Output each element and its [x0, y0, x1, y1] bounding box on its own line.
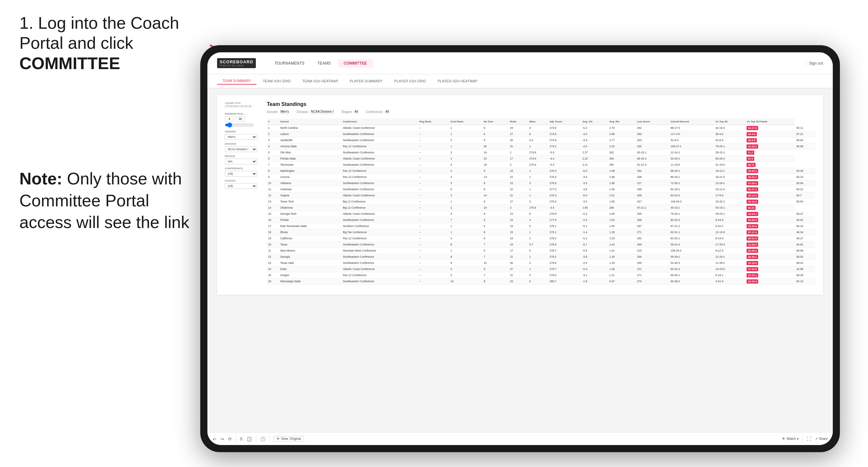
table-cell: 273.6 [548, 131, 581, 137]
table-cell: 15-32-2 [714, 198, 746, 205]
table-cell: Southeastern Conference [341, 278, 418, 284]
table-cell: 23 [509, 229, 528, 236]
table-cell: -4.6 [581, 174, 608, 180]
table-cell: 96.64 [795, 137, 815, 144]
table-cell: 279.1 [548, 229, 581, 236]
table-cell: – [418, 205, 449, 211]
table-cell: 40-33-2 [745, 198, 795, 205]
share-button[interactable]: ↗ Share [815, 437, 828, 440]
table-cell: 1.21 [608, 272, 636, 278]
table-cell: 90.98 [795, 144, 815, 150]
table-cell: 269 [636, 242, 669, 248]
bottom-toolbar: ↩ ↪ ⟳ ⎘ 📋 🕐 👁 View: Original 👁 Watch ▾ [207, 432, 833, 445]
table-cell: 268 [636, 174, 669, 180]
table-cell: 0.97 [608, 278, 636, 284]
table-cell: 260 [636, 131, 669, 137]
redo-icon[interactable]: ↪ [220, 436, 224, 441]
table-cell: 267 [636, 198, 669, 205]
min-rounds-from[interactable] [225, 116, 234, 121]
nav-teams[interactable]: TEAMS [311, 59, 336, 67]
table-cell: 91-6-0 [669, 137, 714, 144]
toolbar-sep-2 [256, 436, 256, 442]
table-cell: 17 [509, 156, 528, 162]
subnav-player-h2h-heatmap[interactable]: PLAYER H2H HEATMAP [433, 78, 483, 84]
tablet-device: SCOREBOARD Powered by clippd TOURNAMENTS… [200, 45, 840, 452]
undo-icon[interactable]: ↩ [213, 436, 216, 441]
table-cell: 8 [482, 229, 508, 236]
table-cell: 1.28 [608, 254, 636, 260]
table-cell: 29-25-2 [745, 248, 795, 254]
view-original-button[interactable]: 👁 View: Original [274, 436, 304, 441]
table-cell: 109-24-2 [669, 248, 714, 254]
clock-icon[interactable]: 🕐 [260, 436, 266, 441]
table-cell: 268 [636, 192, 669, 198]
table-cell: 34-25-2 [745, 217, 795, 223]
table-row: 20TexasSoutheastern Conference–87190.727… [267, 242, 815, 248]
copy-icon[interactable]: ⎘ [240, 436, 243, 441]
table-cell: Ole Miss [279, 150, 341, 156]
table-cell: Arizona [279, 174, 341, 180]
table-cell: Pac-12 Conference [341, 272, 418, 278]
table-cell: 19 [267, 236, 279, 242]
table-cell: 71.7 [745, 150, 795, 156]
subnav-team-h2h-heatmap[interactable]: TEAM H2H HEATMAP [297, 78, 343, 84]
table-cell: 2.37 [581, 150, 608, 156]
table-cell: Southeastern Conference [341, 150, 418, 156]
table-cell: 72-30-1 [669, 180, 714, 186]
table-cell: Alabama [279, 180, 341, 186]
table-cell: 10 [482, 156, 508, 162]
gender-select[interactable]: Men's [225, 134, 257, 140]
table-cell: 15 [267, 211, 279, 217]
sign-out-button[interactable]: |Sign out [806, 61, 823, 66]
table-cell: 1 [528, 266, 549, 272]
table-cell: 1 [449, 248, 482, 254]
refresh-icon[interactable]: ⟳ [228, 436, 232, 441]
table-cell: 86-25-1 [669, 168, 714, 174]
table-cell: 274.8 [528, 150, 549, 156]
table-cell: 16-21-0 [714, 174, 746, 180]
table-cell: 68.42 [795, 260, 815, 266]
table-cell: -1.8 [581, 278, 608, 284]
table-cell: 30-4-0 [714, 131, 746, 137]
school-select[interactable]: (All) [225, 183, 257, 189]
table-cell: 11 [267, 186, 279, 192]
table-cell: 4 [449, 211, 482, 217]
table-cell: 17-9-0 [714, 192, 746, 198]
table-cell: Florida State [279, 156, 341, 162]
table-cell: -0.7 [581, 242, 608, 248]
table-cell: 9-10-1 [714, 223, 746, 229]
table-cell: 68.27 [795, 236, 815, 242]
paste-icon[interactable]: 📋 [246, 436, 252, 441]
conference-select[interactable]: (All) [225, 171, 257, 177]
table-cell: -5.1 [581, 236, 608, 242]
table-cell: 3 [449, 192, 482, 198]
table-cell: 279.2 [548, 254, 581, 260]
table-cell: 33-25-2 [669, 156, 714, 162]
division-select[interactable]: NCAA Division I [225, 146, 257, 152]
table-cell: 271 [636, 272, 669, 278]
table-cell: 36-17-1 [745, 186, 795, 192]
table-cell: 278.7 [548, 248, 581, 254]
watch-button[interactable]: 👁 Watch ▾ [782, 437, 799, 440]
nav-tournaments[interactable]: TOURNAMENTS [269, 59, 310, 67]
min-rounds-slider[interactable] [225, 122, 254, 128]
table-cell: 8 [267, 168, 279, 174]
table-cell: 3 [528, 180, 549, 186]
subnav-team-summary[interactable]: TEAM SUMMARY [217, 77, 256, 85]
subnav-team-h2h-grid[interactable]: TEAM H2H GRID [258, 78, 296, 84]
region-select[interactable]: N/A [225, 159, 257, 164]
subnav-player-summary[interactable]: PLAYER SUMMARY [345, 78, 388, 84]
min-rounds-to[interactable] [236, 116, 245, 121]
table-cell: – [418, 150, 449, 156]
expand-icon[interactable]: ⛶ [807, 436, 811, 441]
table-cell: 279.7 [548, 266, 581, 272]
table-cell: Florida [279, 217, 341, 223]
table-row: 14OklahomaBig 12 Conference–2242276.9-3.… [267, 205, 815, 211]
nav-committee[interactable]: COMMITTEE [338, 59, 373, 67]
table-cell: -2.9 [581, 217, 608, 223]
table-cell: 265 [636, 211, 669, 217]
table-row: 3VanderbiltSoutheastern Conference–28266… [267, 137, 815, 144]
subnav-player-h2h-grid[interactable]: PLAYER H2H GRID [389, 78, 431, 84]
table-cell: 5 [482, 248, 508, 254]
table-cell: 1.44 [608, 242, 636, 248]
